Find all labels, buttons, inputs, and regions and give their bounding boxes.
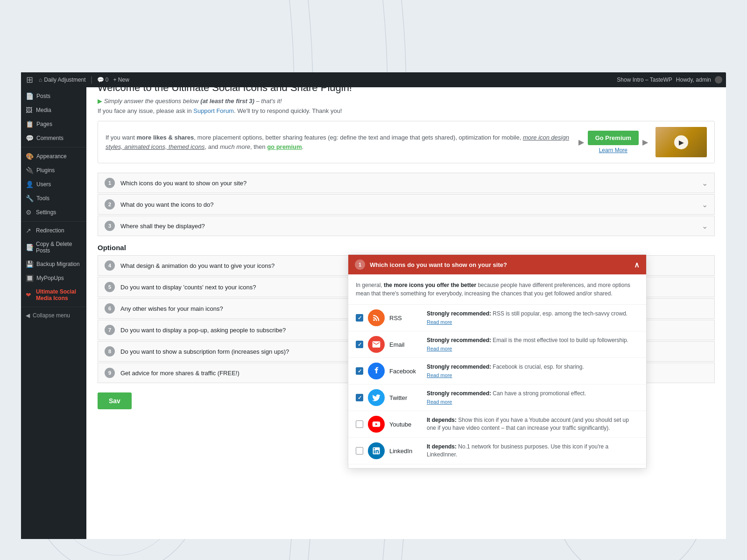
social-desc-email: Strongly recommended: Email is the most … <box>427 336 639 352</box>
sidebar-item-users[interactable]: 👤 Users <box>21 177 86 191</box>
sidebar-item-media[interactable]: 🖼 Media <box>21 103 86 117</box>
play-icon[interactable]: ▶ <box>578 138 584 147</box>
linkedin-icon <box>368 442 385 459</box>
copy-delete-icon: 📑 <box>26 244 33 251</box>
question-num-7: 7 <box>105 325 115 335</box>
tools-icon: 🔧 <box>26 195 34 202</box>
video-play-overlay[interactable]: ▶ <box>674 135 688 149</box>
social-checkbox-facebook[interactable] <box>356 367 363 375</box>
question-item-3[interactable]: 3 Where shall they be displayed? ⌄ <box>98 216 715 236</box>
mypopups-icon: 🔲 <box>26 274 34 282</box>
rss-read-more[interactable]: Read more <box>427 319 639 326</box>
social-checkbox-email[interactable] <box>356 341 363 348</box>
premium-image: ▶ <box>655 127 707 157</box>
admin-avatar[interactable] <box>715 76 722 84</box>
sidebar-label-posts: Posts <box>36 93 50 99</box>
panel-desc-text: In general, <box>356 282 384 288</box>
plugin-subtitle: ▶ Simply answer the questions below (at … <box>98 98 715 105</box>
show-intro-link[interactable]: Show Intro – TasteWP <box>617 77 672 83</box>
social-item-linkedin: LinkedIn It depends: No.1 network for bu… <box>348 438 646 464</box>
social-item-twitter: Twitter Strongly recommended: Can have a… <box>348 385 646 411</box>
expanded-panel-num: 1 <box>355 259 365 270</box>
expanded-panel: 1 Which icons do you want to show on you… <box>348 254 647 469</box>
play-icon-right[interactable]: ▶ <box>642 138 648 147</box>
sidebar-item-backup-migration[interactable]: 💾 Backup Migration <box>21 257 86 271</box>
sidebar-divider-1 <box>21 147 86 147</box>
sidebar-item-plugins[interactable]: 🔌 Plugins <box>21 163 86 177</box>
social-checkbox-twitter[interactable] <box>356 394 363 401</box>
question-item-2[interactable]: 2 What do you want the icons to do? ⌄ <box>98 194 715 215</box>
sidebar-label-plugins: Plugins <box>36 167 55 174</box>
sidebar-divider-3 <box>21 307 86 307</box>
subtitle-arrow: ▶ <box>98 98 102 105</box>
social-item-rss: RSS Strongly recommended: RSS is still p… <box>348 305 646 331</box>
collapse-icon: ◀ <box>26 312 30 319</box>
social-name-rss: RSS <box>389 315 422 322</box>
save-button[interactable]: Sav <box>98 392 132 409</box>
sidebar-item-posts[interactable]: 📄 Posts <box>21 89 86 103</box>
question-num-4: 4 <box>105 260 115 271</box>
sidebar-item-appearance[interactable]: 🎨 Appearance <box>21 149 86 163</box>
youtube-icon <box>368 416 385 433</box>
expanded-panel-desc: In general, the more icons you offer the… <box>348 274 646 305</box>
learn-more-link[interactable]: Learn More <box>588 147 639 154</box>
sidebar-label-mypopups: MyPopUps <box>36 275 64 281</box>
sidebar-item-ultimate-social[interactable]: ❤ Ultimate Social Media Icons <box>21 285 86 305</box>
users-icon: 👤 <box>26 181 34 188</box>
site-name[interactable]: Daily Adjustment <box>44 77 85 83</box>
admin-bar-comments[interactable]: 💬 0 <box>97 77 109 83</box>
sidebar-item-settings[interactable]: ⚙ Settings <box>21 205 86 219</box>
sidebar-item-tools[interactable]: 🔧 Tools <box>21 191 86 205</box>
question-num-6: 6 <box>105 303 115 314</box>
posts-icon: 📄 <box>26 92 34 100</box>
new-link[interactable]: + New <box>113 77 129 83</box>
sidebar-collapse-button[interactable]: ◀ Collapse menu <box>21 309 86 322</box>
facebook-read-more[interactable]: Read more <box>427 372 639 379</box>
question-num-3: 3 <box>105 221 115 231</box>
expanded-panel-title: Which icons do you want to show on your … <box>370 261 634 268</box>
social-list: RSS Strongly recommended: RSS is still p… <box>348 305 646 468</box>
sidebar-item-mypopups[interactable]: 🔲 MyPopUps <box>21 271 86 285</box>
media-icon: 🖼 <box>26 106 33 114</box>
social-desc-twitter: Strongly recommended: Can have a strong … <box>427 390 639 406</box>
sidebar-label-appearance: Appearance <box>36 153 67 160</box>
facebook-icon <box>368 363 385 379</box>
sidebar-item-copy-delete[interactable]: 📑 Copy & Delete Posts <box>21 238 86 257</box>
email-read-more[interactable]: Read more <box>427 345 639 352</box>
sidebar-item-redirection[interactable]: ↗ Redirection <box>21 224 86 238</box>
plugins-icon: 🔌 <box>26 167 34 174</box>
expanded-panel-header[interactable]: 1 Which icons do you want to show on you… <box>348 255 646 274</box>
sidebar: ⊞ Dashboard 📄 Posts 🖼 Media 📋 Pages 💬 Co… <box>21 72 86 539</box>
comment-icon: 💬 <box>97 77 104 83</box>
question-text-1: Which icons do you want to show on your … <box>120 180 702 187</box>
social-checkbox-youtube[interactable] <box>356 420 363 428</box>
sidebar-label-pages: Pages <box>36 121 52 127</box>
social-name-facebook: Facebook <box>389 368 422 375</box>
support-forum-link[interactable]: Support Forum <box>193 107 234 114</box>
wp-wrapper: ⊞ Dashboard 📄 Posts 🖼 Media 📋 Pages 💬 Co… <box>21 72 726 539</box>
subtitle-prefix: Simply answer the questions below <box>104 98 201 105</box>
social-name-twitter: Twitter <box>389 394 422 401</box>
question-text-2: What do you want the icons to do? <box>120 201 702 208</box>
twitter-read-more[interactable]: Read more <box>427 399 639 406</box>
desc-suffix: . We'll try to respond quickly. Thank yo… <box>234 107 342 114</box>
subtitle-suffix: – that's it! <box>254 98 282 105</box>
go-premium-link[interactable]: go premium <box>267 143 302 150</box>
go-premium-button[interactable]: Go Premium <box>588 131 639 145</box>
question-item-1[interactable]: 1 Which icons do you want to show on you… <box>98 173 715 193</box>
social-name-linkedin: LinkedIn <box>389 448 422 455</box>
sidebar-collapse-label: Collapse menu <box>33 312 70 319</box>
social-desc-facebook: Strongly recommended: Facebook is crucia… <box>427 363 639 379</box>
optional-label: Optional <box>98 244 715 252</box>
sidebar-label-users: Users <box>36 181 51 188</box>
social-checkbox-rss[interactable] <box>356 314 363 322</box>
pages-icon: 📋 <box>26 120 34 128</box>
social-item-facebook: Facebook Strongly recommended: Facebook … <box>348 358 646 385</box>
social-checkbox-linkedin[interactable] <box>356 447 363 455</box>
sidebar-item-pages[interactable]: 📋 Pages <box>21 117 86 131</box>
ultimate-social-icon: ❤ <box>26 291 33 299</box>
go-premium-wrap: Go Premium Learn More <box>588 131 639 154</box>
sidebar-item-comments[interactable]: 💬 Comments <box>21 131 86 145</box>
desc-text: If you face any issue, please ask in <box>98 107 193 114</box>
admin-bar-new[interactable]: + New <box>113 77 129 83</box>
